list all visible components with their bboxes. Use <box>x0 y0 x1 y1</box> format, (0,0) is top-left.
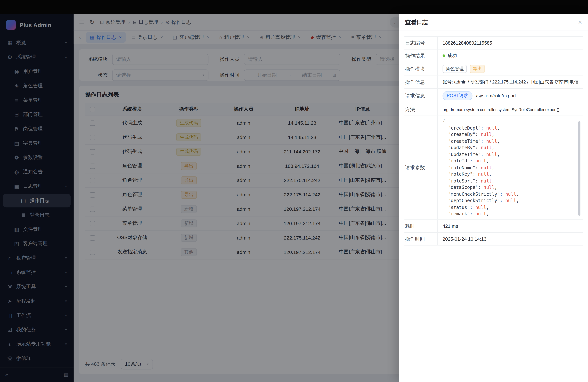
null-literal: null <box>475 205 486 210</box>
request-params-code[interactable]: { "createDept": null, "createBy": null, … <box>443 118 581 217</box>
field-label: 日志编号 <box>404 37 438 49</box>
null-literal: null <box>475 211 486 216</box>
scrollbar-thumb[interactable] <box>578 121 581 216</box>
value-text: 2025-01-24 10:14:13 <box>443 236 486 241</box>
null-literal: null <box>486 138 497 144</box>
null-literal: null <box>478 171 489 177</box>
field-label: 请求信息 <box>404 89 438 103</box>
null-literal: null <box>481 132 492 137</box>
null-literal: null <box>505 191 516 196</box>
null-literal: null <box>486 125 497 130</box>
field-request: 请求信息POST请求/system/role/export <box>404 89 583 103</box>
field-params: 请求参数{ "createDept": null, "createBy": nu… <box>404 116 583 220</box>
value-text: 421 ms <box>443 224 458 229</box>
request-url: /system/role/export <box>476 93 516 98</box>
field-module: 操作模块角色管理导出 <box>404 62 583 76</box>
field-label: 操作结果 <box>404 49 438 62</box>
field-label: 操作模块 <box>404 62 438 75</box>
field-log-id: 日志编号1882612840802115585 <box>404 37 583 49</box>
module-tag: 导出 <box>470 65 485 73</box>
top-strip <box>0 0 588 14</box>
module-tag: 角色管理 <box>443 65 467 73</box>
viewport: Plus Admin ▦概览▾⚙系统管理▴◉用户管理◈角色管理≡菜单管理⊟部门管… <box>0 0 588 382</box>
status-text: 成功 <box>447 52 457 59</box>
null-literal: null <box>475 158 486 164</box>
field-value: POST请求/system/role/export <box>438 89 583 103</box>
drawer-header: 查看日志 × <box>399 14 588 31</box>
null-literal: null <box>481 145 492 150</box>
field-label: 耗时 <box>404 220 438 232</box>
field-time: 操作时间2025-01-24 10:14:13 <box>404 233 583 246</box>
value-text: org.dromara.system.controller.system.Sys… <box>443 107 559 112</box>
value-text: 1882612840802115585 <box>443 40 492 45</box>
field-value: 2025-01-24 10:14:13 <box>438 233 583 245</box>
field-value: 成功 <box>438 49 583 62</box>
close-icon[interactable]: × <box>578 19 582 26</box>
field-label: 请求参数 <box>404 116 438 219</box>
field-method: 方法org.dromara.system.controller.system.S… <box>404 103 583 116</box>
null-literal: null <box>483 185 494 190</box>
field-result: 操作结果成功 <box>404 49 583 63</box>
null-literal: null <box>481 178 492 183</box>
field-duration: 耗时421 ms <box>404 220 583 233</box>
null-literal: null <box>481 165 492 170</box>
field-value: { "createDept": null, "createBy": null, … <box>438 116 583 219</box>
field-label: 操作时间 <box>404 233 438 245</box>
field-label: 方法 <box>404 103 438 116</box>
field-value: 账号: admin / 研发部门 / 222.175.114.242 / 中国|… <box>438 76 583 88</box>
field-value: 1882612840802115585 <box>438 37 583 49</box>
log-detail-table: 日志编号1882612840802115585操作结果成功操作模块角色管理导出操… <box>404 36 583 246</box>
field-value: org.dromara.system.controller.system.Sys… <box>438 103 583 116</box>
value-text: 账号: admin / 研发部门 / 222.175.114.242 / 中国|… <box>443 79 579 85</box>
json-code: { "createDept": null, "createBy": null, … <box>443 118 581 217</box>
field-label: 操作信息 <box>404 76 438 88</box>
null-literal: null <box>505 198 516 203</box>
view-log-drawer: 查看日志 × 日志编号1882612840802115585操作结果成功操作模块… <box>399 14 588 382</box>
http-method-tag: POST请求 <box>443 91 472 100</box>
drawer-body: 日志编号1882612840802115585操作结果成功操作模块角色管理导出操… <box>399 31 588 246</box>
null-literal: null <box>486 152 497 157</box>
drawer-title: 查看日志 <box>405 19 428 26</box>
field-value: 角色管理导出 <box>438 62 583 75</box>
field-value: 421 ms <box>438 220 583 232</box>
field-info: 操作信息账号: admin / 研发部门 / 222.175.114.242 /… <box>404 76 583 89</box>
success-dot-icon <box>443 54 445 57</box>
